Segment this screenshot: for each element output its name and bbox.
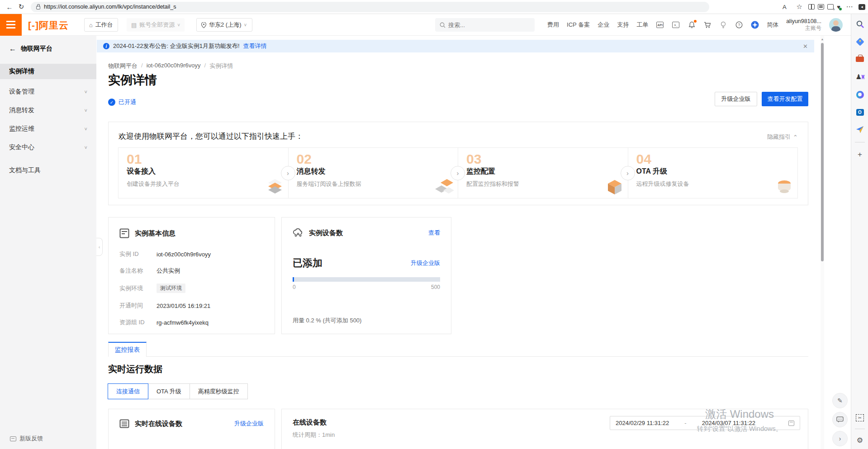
address-bar[interactable]: https://iot.console.aliyun.com/lk/vpc/in… <box>31 2 709 12</box>
sidebar-back-button[interactable]: ← 物联网平台 <box>9 45 52 53</box>
back-icon[interactable]: ← <box>4 3 15 11</box>
view-devconfig-button[interactable]: 查看开发配置 <box>762 92 808 106</box>
region-label: 华东2 (上海) <box>209 21 242 29</box>
read-aloud-icon[interactable]: A <box>778 4 790 10</box>
more-menu-icon[interactable]: ⋯ <box>844 3 855 11</box>
search-input[interactable] <box>448 22 521 28</box>
sidebar-shopping-icon[interactable] <box>854 36 865 47</box>
sidebar-tools-icon[interactable] <box>854 54 865 65</box>
chat-bubble-icon <box>836 416 844 423</box>
view-devices-link[interactable]: 查看 <box>428 229 440 237</box>
hide-guide-button[interactable]: 隐藏指引 ⌃ <box>767 133 798 141</box>
info-icon: i <box>103 43 109 49</box>
scrollbar-thumb[interactable] <box>821 43 824 261</box>
usage-text: 用量 0.2 % (共可添加 500) <box>293 317 361 325</box>
split-screen-icon[interactable] <box>808 4 815 9</box>
sidebar-settings-icon[interactable]: ⚙ <box>854 435 865 445</box>
favorites-star-icon[interactable]: ☆ <box>793 3 805 11</box>
sidebar-item-label: 设备管理 <box>9 88 34 96</box>
tab-monitor-report[interactable]: 监控报表 <box>108 342 147 357</box>
sidebar-search-icon[interactable] <box>854 19 865 29</box>
nav-support[interactable]: 支持 <box>617 21 629 29</box>
breadcrumb-item[interactable]: iot-06z00c0h9r6voyy <box>147 62 201 70</box>
browser-essentials-icon[interactable]: ♥ <box>837 4 840 10</box>
feedback-label: 新版反馈 <box>19 435 43 443</box>
avatar[interactable] <box>829 18 843 32</box>
calendar-icon[interactable] <box>788 421 794 426</box>
instance-device-count-card: 实例设备数 查看 已添加 升级企业版 0 500 用量 0.2 % (共可添加 … <box>281 217 451 334</box>
guide-card-message-forwarding[interactable]: 02 消息转发 服务端订阅设备上报数据 › <box>288 147 459 199</box>
refresh-icon[interactable]: ↻ <box>15 3 27 11</box>
nav-billing[interactable]: 费用 <box>547 21 559 29</box>
guide-card-ota-upgrade[interactable]: 04 OTA 升级 远程升级或修复设备 <box>628 147 798 199</box>
notification-badge <box>694 20 697 23</box>
breadcrumb-item[interactable]: 物联网平台 <box>108 62 138 70</box>
content-scrollbar[interactable]: ▲ <box>821 36 824 449</box>
sidebar-toggle-icon[interactable]: ◂ <box>859 4 865 10</box>
nav-ticket[interactable]: 工单 <box>636 21 648 29</box>
guide-cards: 01 设备接入 创建设备并接入平台 › 02 消息转发 服务端订阅设备上报数据 … <box>119 147 798 199</box>
hamburger-menu-button[interactable] <box>0 14 22 36</box>
sidebar-item-message-forwarding[interactable]: 消息转发 ˅ <box>0 101 96 119</box>
header-search[interactable] <box>435 18 535 32</box>
help-icon[interactable]: ? <box>735 21 743 29</box>
upgrade-enterprise-button[interactable]: 升级企业版 <box>715 92 757 106</box>
cart-icon[interactable] <box>703 21 711 29</box>
sidebar-screenshot-icon[interactable]: ✂ <box>854 412 865 423</box>
banner-detail-link[interactable]: 查看详情 <box>243 42 267 50</box>
lightbulb-icon[interactable] <box>719 21 727 29</box>
sidebar-games-icon[interactable]: ♟♜ <box>854 71 865 82</box>
workbench-button[interactable]: ⌂ 工作台 <box>84 18 118 32</box>
date-start[interactable]: 2024/02/29 11:31:22 <box>616 420 669 426</box>
aliyun-logo[interactable]: [-]阿里云 <box>28 19 69 32</box>
terminal-icon[interactable]: >_ <box>672 21 680 29</box>
next-step-chevron-icon[interactable]: › <box>621 166 635 180</box>
edit-feedback-button[interactable]: ✎ <box>832 393 848 408</box>
date-range-picker[interactable]: 2024/02/29 11:31:22 - 2024/03/07 11:31:2… <box>610 416 800 430</box>
scrollbar-up-arrow[interactable]: ▲ <box>821 38 824 41</box>
guide-card-device-access[interactable]: 01 设备接入 创建设备并接入平台 › <box>118 147 289 199</box>
api-icon[interactable]: API <box>656 21 664 29</box>
banner-close-icon[interactable]: ✕ <box>803 43 808 50</box>
sidebar-collapse-handle[interactable]: ‹ <box>96 238 103 256</box>
notification-bell-icon[interactable] <box>688 21 696 29</box>
upgrade-enterprise-link[interactable]: 升级企业版 <box>411 259 440 267</box>
sidebar-item-docs-tools[interactable]: 文档与工具 <box>0 161 96 180</box>
sidebar-m365-icon[interactable] <box>854 89 865 100</box>
chat-feedback-button[interactable] <box>832 412 848 427</box>
realtime-online-devices-card: 实时在线设备数 升级企业版 在线 0 <box>108 409 275 449</box>
info-label: 备注名称 <box>119 267 157 275</box>
sidebar-outlook-icon[interactable]: O <box>854 107 865 118</box>
filter-high-precision[interactable]: 高精度秒级监控 <box>190 383 248 399</box>
next-step-chevron-icon[interactable]: › <box>451 166 465 180</box>
sidebar-item-instance-detail[interactable]: 实例详情 <box>0 64 96 79</box>
date-separator: - <box>684 420 686 426</box>
sidebar-item-monitoring-ops[interactable]: 监控运维 ˅ <box>0 119 96 138</box>
feedback-button[interactable]: 新版反馈 <box>10 435 43 443</box>
guide-card-monitoring-config[interactable]: 03 监控配置 配置监控指标和报警 › <box>458 147 628 199</box>
account-menu[interactable]: aliyun98108... 主账号 <box>786 18 821 32</box>
sidebar-add-icon[interactable]: + <box>854 149 865 160</box>
sidebar-drop-icon[interactable] <box>854 124 865 135</box>
region-select[interactable]: 华东2 (上海) ˅ <box>196 18 252 32</box>
next-step-chevron-icon[interactable]: › <box>281 166 295 180</box>
language-select[interactable]: 简体 <box>767 21 778 29</box>
card-title: 实例设备数 <box>309 229 343 237</box>
collapse-helpers-button[interactable]: › <box>832 431 848 446</box>
filter-ota-upgrade[interactable]: OTA 升级 <box>148 383 190 399</box>
collections-icon[interactable] <box>818 4 824 9</box>
upgrade-enterprise-link[interactable]: 升级企业版 <box>234 420 264 428</box>
sidebar-item-device-management[interactable]: 设备管理 ˅ <box>0 82 96 101</box>
filter-connection-comm[interactable]: 连接通信 <box>108 383 148 399</box>
tab-divider <box>108 356 808 357</box>
duplicate-tab-icon[interactable] <box>827 4 834 9</box>
community-icon[interactable] <box>751 21 759 29</box>
quickstart-guide-panel: 欢迎使用物联网平台，您可以通过以下指引快速上手： 隐藏指引 ⌃ 01 设备接入 … <box>108 122 808 205</box>
url-text[interactable]: https://iot.console.aliyun.com/lk/vpc/in… <box>44 4 176 10</box>
nav-icp[interactable]: ICP 备案 <box>567 21 590 29</box>
resource-scope-select[interactable]: ▤ 账号全部资源 ˅ <box>127 18 185 32</box>
guide-card-number: 01 <box>127 152 280 166</box>
date-end[interactable]: 2024/03/07 11:31:22 <box>702 420 755 426</box>
sidebar-item-security-center[interactable]: 安全中心 ˅ <box>0 138 96 156</box>
nav-enterprise[interactable]: 企业 <box>598 21 609 29</box>
